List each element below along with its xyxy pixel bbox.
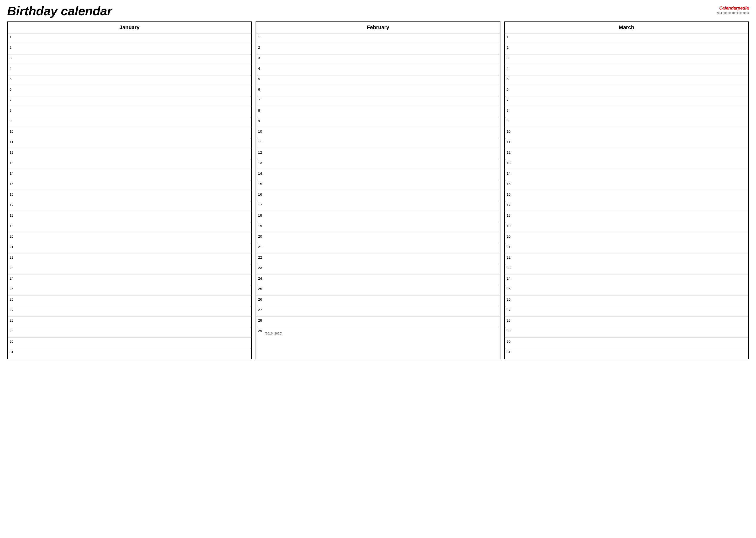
day-row: 21: [256, 243, 500, 254]
page-header: Birthday calendar Calendarpedia Your sou…: [7, 5, 749, 17]
day-row: 30: [8, 338, 251, 348]
day-number: 16: [505, 191, 513, 197]
day-number: 1: [505, 33, 513, 40]
day-row: 15: [256, 180, 500, 191]
day-number: 13: [256, 159, 265, 166]
day-number: 22: [256, 254, 265, 260]
day-number: 19: [8, 222, 16, 229]
day-row: 13: [505, 159, 748, 170]
day-number: 20: [8, 233, 16, 239]
day-row: 10: [256, 128, 500, 138]
day-number: 7: [256, 96, 265, 103]
day-row: 8: [256, 107, 500, 117]
day-row: 7: [505, 96, 748, 107]
day-row: 15: [505, 180, 748, 191]
day-row: 18: [8, 212, 251, 222]
day-row: 26: [505, 296, 748, 306]
day-number: 23: [505, 264, 513, 271]
day-row: 2: [505, 44, 748, 54]
day-number: 23: [8, 264, 16, 271]
day-row: 7: [8, 96, 251, 107]
day-number: 22: [8, 254, 16, 260]
day-row: 21: [8, 243, 251, 254]
day-number: 29: [8, 327, 16, 334]
day-number: 20: [256, 233, 265, 239]
day-number: 6: [256, 86, 265, 92]
day-number: 10: [8, 128, 16, 134]
day-number: 8: [256, 107, 265, 113]
day-number: 13: [505, 159, 513, 166]
day-number: 20: [505, 233, 513, 239]
day-row: 11: [256, 138, 500, 149]
day-row: 17: [505, 201, 748, 212]
day-row: 18: [256, 212, 500, 222]
day-number: 14: [256, 170, 265, 176]
day-row: 25: [256, 285, 500, 296]
day-row: 19: [8, 222, 251, 233]
day-number: 2: [256, 44, 265, 50]
day-number: 14: [8, 170, 16, 176]
day-row: 5: [505, 76, 748, 86]
day-number: 31: [8, 348, 16, 355]
day-row: 29: [8, 327, 251, 338]
day-row: 22: [505, 254, 748, 264]
day-row: 20: [505, 233, 748, 243]
day-number: 12: [8, 149, 16, 155]
day-number: 9: [8, 117, 16, 124]
day-row: 5: [256, 76, 500, 86]
day-number: 27: [8, 306, 16, 313]
day-number: 27: [256, 306, 265, 313]
day-row: 11: [505, 138, 748, 149]
day-number: 29: [256, 327, 265, 334]
day-number: 6: [8, 86, 16, 92]
day-row: 27: [256, 306, 500, 317]
day-row: 26: [256, 296, 500, 306]
day-row: 23: [8, 264, 251, 275]
day-row: 14: [8, 170, 251, 180]
day-number: 1: [256, 33, 265, 40]
day-row: 2: [256, 44, 500, 54]
day-row: 25: [8, 285, 251, 296]
day-number: 21: [505, 243, 513, 250]
day-row: 28: [505, 317, 748, 327]
day-number: 15: [8, 180, 16, 187]
day-number: 30: [505, 338, 513, 344]
logo-brand-2: pedia: [738, 6, 749, 11]
day-row: 12: [505, 149, 748, 159]
day-number: 28: [256, 317, 265, 323]
day-row: 15: [8, 180, 251, 191]
day-row: 19: [256, 222, 500, 233]
day-row: 17: [8, 201, 251, 212]
day-row: 22: [256, 254, 500, 264]
day-row: 29: [505, 327, 748, 338]
day-row: 23: [505, 264, 748, 275]
day-number: 19: [505, 222, 513, 229]
month-header-february: February: [256, 22, 500, 33]
day-number: 4: [505, 65, 513, 71]
day-number: 6: [505, 86, 513, 92]
day-row: 27: [505, 306, 748, 317]
day-row: 27: [8, 306, 251, 317]
logo-area: Calendarpedia Your source for calendars: [716, 6, 749, 15]
day-number: 10: [256, 128, 265, 134]
day-number: 21: [256, 243, 265, 250]
day-number: 2: [505, 44, 513, 50]
day-number: 27: [505, 306, 513, 313]
day-number: 1: [8, 33, 16, 40]
day-number: 24: [505, 275, 513, 281]
day-row: 14: [505, 170, 748, 180]
day-row: 5: [8, 76, 251, 86]
day-number: 16: [256, 191, 265, 197]
day-row: 10: [8, 128, 251, 138]
day-number: 12: [505, 149, 513, 155]
day-number: 3: [256, 54, 265, 61]
day-number: 26: [8, 296, 16, 302]
day-row: 16: [8, 191, 251, 201]
day-number: 18: [8, 212, 16, 218]
day-number: 21: [8, 243, 16, 250]
day-number: 23: [256, 264, 265, 271]
day-number: 4: [8, 65, 16, 71]
day-row: 24: [256, 275, 500, 285]
month-header-january: January: [8, 22, 251, 33]
logo-brand-1: Calendar: [719, 6, 738, 11]
